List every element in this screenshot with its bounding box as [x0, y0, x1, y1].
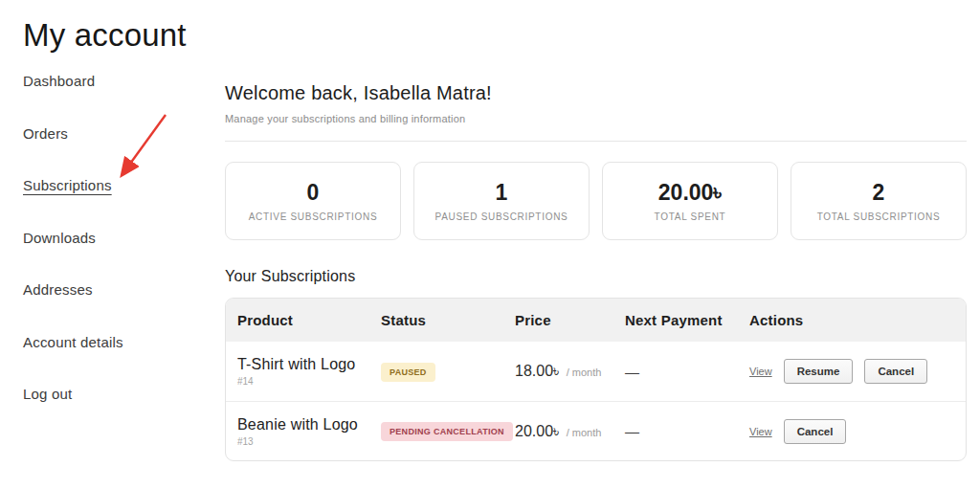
view-link[interactable]: View: [749, 366, 772, 377]
column-header-status: Status: [369, 312, 503, 328]
stat-value: 1: [496, 180, 508, 206]
status-cell: PAUSED: [369, 362, 503, 382]
stat-label: ACTIVE SUBSCRIPTIONS: [249, 211, 378, 222]
welcome-subtitle: Manage your subscriptions and billing in…: [225, 113, 967, 124]
price-amount: 20.00৳: [515, 423, 564, 439]
table-row: T-Shirt with Logo #14 PAUSED 18.00৳ / mo…: [226, 342, 966, 401]
account-nav: DashboardOrdersSubscriptionsDownloadsAdd…: [23, 73, 205, 438]
table-body: T-Shirt with Logo #14 PAUSED 18.00৳ / mo…: [226, 342, 966, 460]
sidebar-item-orders[interactable]: Orders: [23, 125, 205, 178]
product-name: T-Shirt with Logo: [237, 356, 369, 373]
page-title: My account: [23, 17, 187, 54]
status-cell: PENDING CANCELLATION: [369, 421, 503, 441]
cancel-button[interactable]: Cancel: [864, 359, 927, 384]
sidebar-item-dashboard[interactable]: Dashboard: [23, 73, 205, 125]
price-cell: 18.00৳ / month: [503, 363, 613, 380]
stat-card: 20.00৳ TOTAL SPENT: [602, 162, 778, 240]
price-period: / month: [567, 427, 602, 438]
column-header-price: Price: [503, 312, 613, 328]
sidebar-item-addresses[interactable]: Addresses: [23, 281, 205, 334]
subscriptions-heading: Your Subscriptions: [225, 268, 967, 285]
status-badge: PENDING CANCELLATION: [381, 422, 513, 441]
sidebar-item-account-details[interactable]: Account details: [23, 334, 205, 387]
next-payment-cell: —: [613, 364, 738, 380]
column-header-actions: Actions: [738, 312, 966, 328]
sidebar-item-subscriptions[interactable]: Subscriptions: [23, 177, 205, 230]
column-header-product: Product: [226, 312, 369, 328]
sidebar-item-downloads[interactable]: Downloads: [23, 230, 205, 282]
stat-label: TOTAL SPENT: [655, 211, 726, 222]
section-divider: [225, 141, 967, 142]
my-account-page: My account DashboardOrdersSubscriptionsD…: [0, 0, 980, 489]
column-header-next-payment: Next Payment: [613, 312, 738, 328]
sidebar-item-log-out[interactable]: Log out: [23, 386, 205, 438]
subscription-stats: 0 ACTIVE SUBSCRIPTIONS 1 PAUSED SUBSCRIP…: [225, 162, 967, 240]
subscription-id: #14: [237, 376, 369, 387]
stat-card: 1 PAUSED SUBSCRIPTIONS: [413, 162, 590, 240]
price-period: / month: [567, 367, 602, 378]
welcome-heading: Welcome back, Isabella Matra!: [225, 82, 967, 104]
table-header-row: ProductStatusPriceNext PaymentActions: [226, 299, 966, 342]
status-badge: PAUSED: [381, 363, 435, 382]
stat-value: 0: [307, 180, 320, 206]
next-payment-cell: —: [613, 423, 738, 439]
stat-label: TOTAL SUBSCRIPTIONS: [817, 211, 941, 222]
stat-value: 2: [873, 180, 885, 206]
actions-cell: ViewResumeCancel: [738, 359, 966, 384]
view-link[interactable]: View: [749, 426, 772, 437]
subscription-id: #13: [237, 436, 369, 447]
table-row: Beanie with Logo #13 PENDING CANCELLATIO…: [226, 401, 966, 460]
main-content: Welcome back, Isabella Matra! Manage you…: [225, 82, 967, 461]
stat-value: 20.00৳: [658, 180, 722, 206]
price-cell: 20.00৳ / month: [503, 423, 613, 440]
price-amount: 18.00৳: [515, 363, 564, 379]
cancel-button[interactable]: Cancel: [784, 419, 847, 444]
stat-card: 2 TOTAL SUBSCRIPTIONS: [791, 162, 967, 240]
resume-button[interactable]: Resume: [784, 359, 854, 384]
product-cell: Beanie with Logo #13: [226, 416, 369, 447]
product-name: Beanie with Logo: [237, 416, 369, 433]
stat-card: 0 ACTIVE SUBSCRIPTIONS: [225, 162, 401, 240]
product-cell: T-Shirt with Logo #14: [226, 356, 369, 387]
actions-cell: ViewCancel: [738, 419, 966, 444]
stat-label: PAUSED SUBSCRIPTIONS: [435, 211, 568, 222]
subscriptions-table: ProductStatusPriceNext PaymentActions T-…: [225, 298, 967, 461]
